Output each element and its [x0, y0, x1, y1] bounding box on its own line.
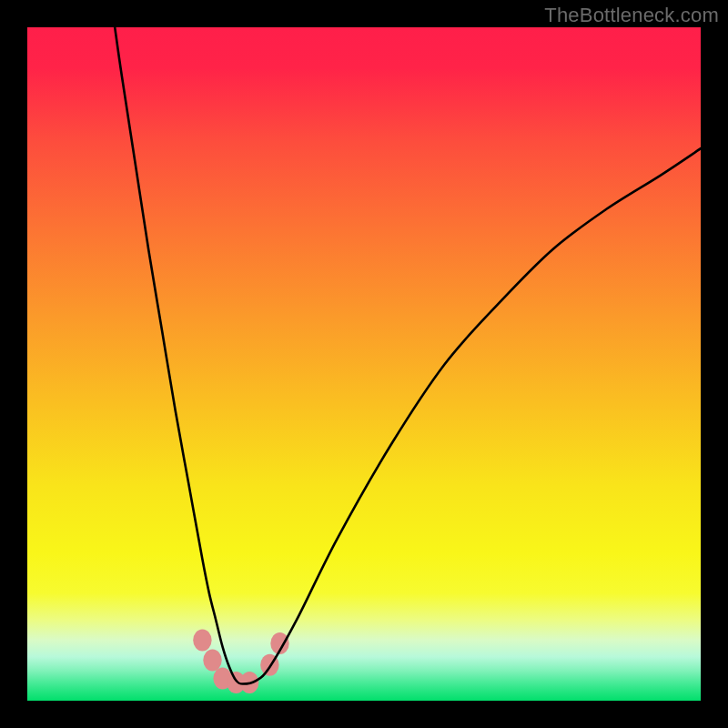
marker-dot: [193, 629, 211, 651]
plot-area: [27, 27, 701, 701]
curve-layer: [27, 27, 701, 701]
bottleneck-curve: [115, 27, 701, 684]
watermark-label: TheBottleneck.com: [544, 4, 719, 27]
marker-dot: [203, 650, 221, 672]
chart-stage: TheBottleneck.com: [0, 0, 728, 728]
